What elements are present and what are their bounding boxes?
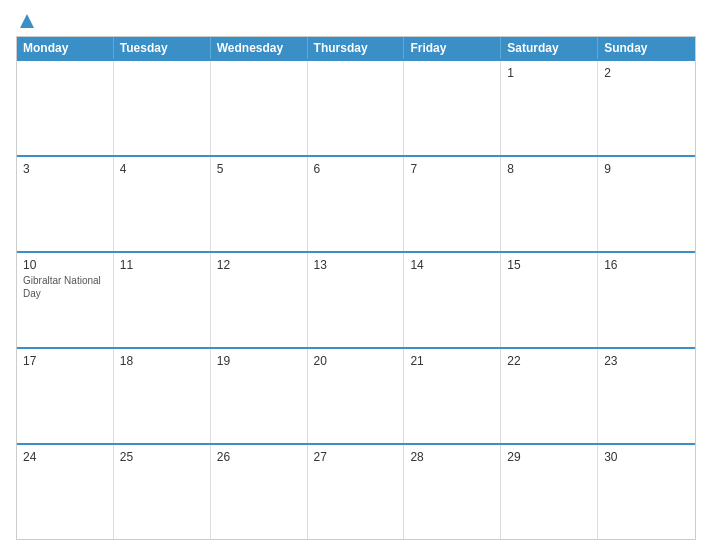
- day-number: 14: [410, 258, 494, 272]
- day-number: 17: [23, 354, 107, 368]
- day-number: 30: [604, 450, 689, 464]
- day-number: 29: [507, 450, 591, 464]
- svg-marker-0: [20, 14, 34, 28]
- calendar-cell: 23: [598, 349, 695, 443]
- day-number: 1: [507, 66, 591, 80]
- calendar-cell: 5: [211, 157, 308, 251]
- logo: [16, 12, 36, 30]
- calendar: MondayTuesdayWednesdayThursdayFridaySatu…: [16, 36, 696, 540]
- day-number: 5: [217, 162, 301, 176]
- calendar-row-2: 10Gibraltar National Day111213141516: [17, 251, 695, 347]
- day-number: 9: [604, 162, 689, 176]
- day-number: 28: [410, 450, 494, 464]
- day-event: Gibraltar National Day: [23, 274, 107, 300]
- calendar-cell: 12: [211, 253, 308, 347]
- day-number: 22: [507, 354, 591, 368]
- weekday-header-tuesday: Tuesday: [114, 37, 211, 59]
- calendar-cell: 6: [308, 157, 405, 251]
- calendar-cell: 22: [501, 349, 598, 443]
- calendar-cell: 9: [598, 157, 695, 251]
- calendar-row-4: 24252627282930: [17, 443, 695, 539]
- weekday-header-thursday: Thursday: [308, 37, 405, 59]
- calendar-cell: 30: [598, 445, 695, 539]
- day-number: 2: [604, 66, 689, 80]
- weekday-header-sunday: Sunday: [598, 37, 695, 59]
- day-number: 12: [217, 258, 301, 272]
- weekday-header-monday: Monday: [17, 37, 114, 59]
- weekday-header-saturday: Saturday: [501, 37, 598, 59]
- calendar-cell: 25: [114, 445, 211, 539]
- day-number: 20: [314, 354, 398, 368]
- day-number: 27: [314, 450, 398, 464]
- day-number: 7: [410, 162, 494, 176]
- day-number: 23: [604, 354, 689, 368]
- logo-icon: [18, 12, 36, 30]
- calendar-row-0: 12: [17, 59, 695, 155]
- day-number: 4: [120, 162, 204, 176]
- calendar-cell: [404, 61, 501, 155]
- calendar-cell: 10Gibraltar National Day: [17, 253, 114, 347]
- calendar-cell: [308, 61, 405, 155]
- calendar-cell: [17, 61, 114, 155]
- calendar-cell: 1: [501, 61, 598, 155]
- calendar-page: MondayTuesdayWednesdayThursdayFridaySatu…: [0, 0, 712, 550]
- day-number: 16: [604, 258, 689, 272]
- calendar-cell: [114, 61, 211, 155]
- calendar-cell: 14: [404, 253, 501, 347]
- calendar-cell: [211, 61, 308, 155]
- calendar-cell: 17: [17, 349, 114, 443]
- day-number: 13: [314, 258, 398, 272]
- calendar-cell: 4: [114, 157, 211, 251]
- day-number: 21: [410, 354, 494, 368]
- calendar-header: MondayTuesdayWednesdayThursdayFridaySatu…: [17, 37, 695, 59]
- calendar-cell: 7: [404, 157, 501, 251]
- calendar-cell: 15: [501, 253, 598, 347]
- day-number: 11: [120, 258, 204, 272]
- day-number: 18: [120, 354, 204, 368]
- weekday-header-wednesday: Wednesday: [211, 37, 308, 59]
- calendar-cell: 21: [404, 349, 501, 443]
- calendar-cell: 13: [308, 253, 405, 347]
- weekday-header-friday: Friday: [404, 37, 501, 59]
- calendar-cell: 29: [501, 445, 598, 539]
- calendar-cell: 11: [114, 253, 211, 347]
- day-number: 8: [507, 162, 591, 176]
- day-number: 24: [23, 450, 107, 464]
- calendar-cell: 26: [211, 445, 308, 539]
- calendar-cell: 2: [598, 61, 695, 155]
- day-number: 3: [23, 162, 107, 176]
- day-number: 26: [217, 450, 301, 464]
- calendar-cell: 19: [211, 349, 308, 443]
- calendar-cell: 27: [308, 445, 405, 539]
- calendar-cell: 3: [17, 157, 114, 251]
- calendar-cell: 28: [404, 445, 501, 539]
- calendar-body: 12345678910Gibraltar National Day1112131…: [17, 59, 695, 539]
- day-number: 19: [217, 354, 301, 368]
- day-number: 15: [507, 258, 591, 272]
- day-number: 6: [314, 162, 398, 176]
- calendar-row-3: 17181920212223: [17, 347, 695, 443]
- calendar-cell: 8: [501, 157, 598, 251]
- page-header: [16, 12, 696, 30]
- day-number: 25: [120, 450, 204, 464]
- calendar-cell: 18: [114, 349, 211, 443]
- calendar-cell: 16: [598, 253, 695, 347]
- day-number: 10: [23, 258, 107, 272]
- calendar-cell: 24: [17, 445, 114, 539]
- calendar-row-1: 3456789: [17, 155, 695, 251]
- calendar-cell: 20: [308, 349, 405, 443]
